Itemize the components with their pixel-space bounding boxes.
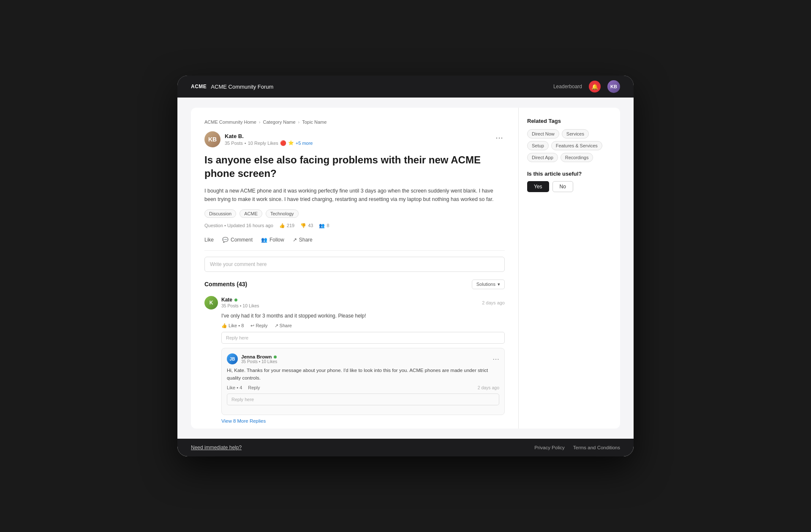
footer-links: Privacy Policy Terms and Conditions [534,445,620,450]
comment-author-row: K Kate 35 Posts • 10 Likes 2 days ago [204,296,505,309]
badge-more: +5 more [296,141,313,146]
tag-discussion[interactable]: Discussion [204,209,236,218]
comment-reply-input[interactable]: Reply here [221,332,505,344]
badge-star: ⭐ [288,140,294,146]
comment-body: I've only had it for 3 months and it sto… [204,312,505,320]
author-reply-likes: 10 Reply Likes [248,141,278,146]
comment-time: 2 days ago [482,300,505,305]
nested-reply-input[interactable]: Reply here [227,394,499,405]
sidebar-tag-setup[interactable]: Setup [527,141,549,150]
post-updated: Question • Updated 16 hours ago [204,223,273,228]
nested-reply: JB Jenna Brown 35 Posts • 10 Likes ⋯ Hi,… [221,348,505,415]
nav-left: ACME ACME Community Forum [191,84,273,90]
comment-avatar: K [204,296,218,309]
breadcrumb: ACME Community Home › Category Name › To… [204,119,505,125]
nested-reply-btn[interactable]: Reply [248,385,260,390]
footer-terms[interactable]: Terms and Conditions [573,445,620,450]
sidebar-tag-features-services[interactable]: Features & Services [551,141,602,150]
nav-title: ACME Community Forum [211,84,273,90]
footer-privacy-policy[interactable]: Privacy Policy [534,445,565,450]
nested-more-menu[interactable]: ⋯ [493,355,499,363]
nested-author-info: JB Jenna Brown 35 Posts • 10 Likes [227,353,277,364]
sidebar-tag-direct-app[interactable]: Direct App [527,153,558,162]
breadcrumb-home[interactable]: ACME Community Home [204,119,256,125]
user-avatar[interactable]: KB [607,80,620,93]
post-author-header: KB Kate B. 35 Posts • 10 Reply Likes 🔴 ⭐… [204,131,505,147]
sidebar-tag-services[interactable]: Services [562,129,589,138]
article-section: ACME Community Home › Category Name › To… [191,108,519,429]
share-button[interactable]: ↗ Share [293,235,313,244]
article-useful-section: Is this article useful? Yes No [527,171,612,192]
nested-author-name[interactable]: Jenna Brown [241,354,277,359]
related-tags-title: Related Tags [527,118,612,124]
online-indicator [234,299,237,301]
comment-input[interactable]: Write your comment here [204,257,505,272]
post-action-bar: Like 💬 Comment 👥 Follow ↗ Share [204,235,505,251]
nested-author-meta: 35 Posts • 10 Likes [241,359,277,364]
post-author-avatar: KB [204,131,220,147]
breadcrumb-sep-2: › [298,119,300,125]
solutions-dropdown[interactable]: Solutions ▾ [472,280,505,289]
post-tags: Discussion ACME Technology [204,209,505,218]
nested-reply-header: JB Jenna Brown 35 Posts • 10 Likes ⋯ [227,353,499,364]
comment-reply-btn[interactable]: ↩ Reply [250,323,267,328]
stat-likes: 👍 219 [279,223,294,228]
post-stats: Question • Updated 16 hours ago 👍 219 👎 … [204,223,505,228]
main-content: ACME Community Home › Category Name › To… [191,108,620,429]
nested-avatar: JB [227,353,238,364]
nav-right: Leaderboard 🔔 KB [553,80,620,93]
author-name[interactable]: Kate B. [225,133,313,139]
stat-dislikes: 👎 43 [300,223,313,228]
tag-acme[interactable]: ACME [239,209,262,218]
author-info: KB Kate B. 35 Posts • 10 Reply Likes 🔴 ⭐… [204,131,313,147]
nested-time: 2 days ago [478,385,499,390]
comment-like-btn[interactable]: 👍 Like • 8 [221,323,244,328]
useful-buttons: Yes No [527,181,612,192]
navigation-bar: ACME ACME Community Forum Leaderboard 🔔 … [177,76,634,98]
sidebar: Related Tags Direct Now Services Setup F… [519,108,620,429]
useful-no-button[interactable]: No [552,181,573,192]
comment-item: K Kate 35 Posts • 10 Likes 2 days ago I'… [204,296,505,423]
comment-share-btn[interactable]: ↗ Share [275,323,292,328]
post-more-menu[interactable]: ⋯ [494,131,505,144]
notification-bell[interactable]: 🔔 [589,81,601,92]
breadcrumb-sep-1: › [259,119,261,125]
useful-yes-button[interactable]: Yes [527,181,549,192]
related-tags-cloud: Direct Now Services Setup Features & Ser… [527,129,612,162]
like-button[interactable]: Like [204,235,214,244]
comment-button[interactable]: 💬 Comment [222,235,253,244]
footer-help-link[interactable]: Need immediate help? [191,445,242,451]
author-posts: 35 Posts [225,141,243,146]
breadcrumb-topic[interactable]: Topic Name [302,119,327,125]
tag-technology[interactable]: Technology [266,209,299,218]
nested-actions: Like • 4 Reply 2 days ago [227,385,499,390]
comment-author-meta: 35 Posts • 10 Likes [221,303,259,308]
sidebar-tag-recordings[interactable]: Recordings [561,153,593,162]
author-meta: 35 Posts • 10 Reply Likes 🔴 ⭐ +5 more [225,140,313,146]
comments-header: Comments (43) Solutions ▾ [204,280,505,289]
nested-online-indicator [274,356,277,358]
stat-users: 👥 8 [319,223,329,228]
comment-actions: 👍 Like • 8 ↩ Reply ↗ Share [204,323,505,328]
follow-button[interactable]: 👥 Follow [261,235,284,244]
comment-author-name[interactable]: Kate [221,297,259,303]
footer: Need immediate help? Privacy Policy Term… [177,439,634,456]
useful-title: Is this article useful? [527,171,612,177]
nested-comment-body: Hi, Kate. Thanks for your message about … [227,367,499,382]
leaderboard-link[interactable]: Leaderboard [553,84,582,90]
nav-brand: ACME [191,84,207,90]
badge-fire: 🔴 [280,140,286,146]
comment-author-info: K Kate 35 Posts • 10 Likes [204,296,259,309]
post-body: I bought a new ACME phone and it was wor… [204,187,505,204]
breadcrumb-category[interactable]: Category Name [263,119,296,125]
view-more-replies[interactable]: View 8 More Replies [204,418,505,423]
sidebar-tag-direct-now[interactable]: Direct Now [527,129,559,138]
nested-like-btn[interactable]: Like • 4 [227,385,242,390]
comments-title: Comments (43) [204,281,247,288]
author-details: Kate B. 35 Posts • 10 Reply Likes 🔴 ⭐ +5… [225,133,313,146]
post-title: Is anyone else also facing problems with… [204,153,505,181]
